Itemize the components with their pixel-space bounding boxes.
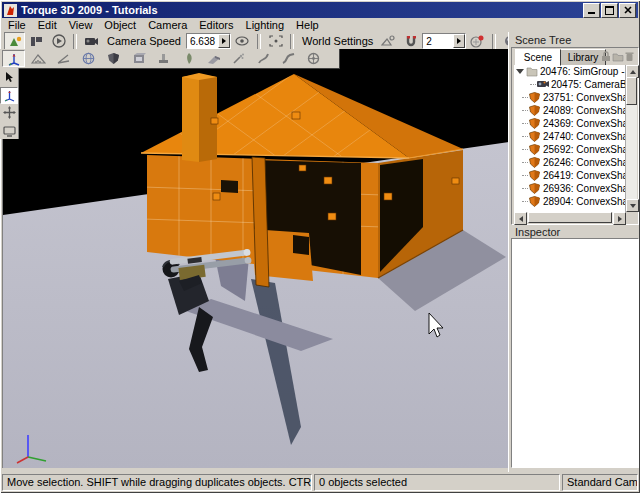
menu-bar: File Edit View Object Camera Editors Lig… (2, 18, 638, 32)
convex-shield-icon (529, 144, 541, 155)
tree-item-camerabookmark[interactable]: 20475: CameraBookmark (514, 78, 625, 91)
visibility-button[interactable] (232, 32, 253, 50)
tree-item-label: 26246: ConvexShape (543, 157, 626, 168)
scroll-down-button[interactable] (626, 199, 639, 212)
mesh-road-tool[interactable] (202, 50, 225, 67)
scroll-thumb-horizontal[interactable] (528, 212, 612, 223)
tree-item-convexshape[interactable]: 23751: ConvexShape (514, 91, 625, 104)
menu-help[interactable]: Help (290, 18, 325, 32)
scene-editor-button[interactable] (4, 32, 25, 50)
menu-editors[interactable]: Editors (193, 18, 239, 32)
sun-terrain-button[interactable] (378, 32, 399, 50)
lock-icon[interactable] (601, 51, 611, 62)
decal-editor-tool[interactable] (152, 50, 175, 67)
status-bar: Move selection. SHIFT while dragging dup… (2, 474, 638, 491)
forest-editor-tool[interactable] (177, 50, 200, 67)
camera-speed-combo[interactable]: 6.638 (186, 33, 231, 49)
terrain-painter-tool[interactable] (52, 50, 75, 67)
tree-item-label: 24369: ConvexShape (543, 118, 626, 129)
right-panel: Scene Tree Scene Library 20476: SimGroup… (508, 32, 639, 472)
tree-item-convexshape[interactable]: 24089: ConvexShape (514, 104, 625, 117)
minimize-button[interactable] (583, 3, 600, 18)
sketch-tool[interactable] (102, 50, 125, 67)
trash-icon[interactable] (625, 51, 634, 62)
close-button[interactable] (619, 3, 636, 18)
tab-scene[interactable]: Scene (515, 49, 561, 66)
scroll-left-button[interactable] (514, 212, 527, 225)
convex-shield-icon (529, 183, 541, 194)
convex-shield-icon (529, 196, 541, 207)
window-title: Torque 3D 2009 - Tutorials (21, 4, 158, 16)
expander-icon[interactable] (516, 69, 524, 74)
scene-tree-panel: Scene Library 20476: SimGroup - CameraB (511, 47, 639, 225)
material-editor-tool[interactable] (77, 50, 100, 67)
world-settings-label: World Settings (298, 35, 377, 47)
folder-icon-toolbar[interactable] (612, 52, 624, 62)
convex-shield-icon (529, 92, 541, 103)
scroll-thumb[interactable] (626, 77, 637, 105)
copies-combo[interactable]: 2 (422, 33, 466, 49)
scroll-right-button[interactable] (613, 212, 626, 225)
gui-editor-button[interactable] (26, 32, 47, 50)
inspector-panel[interactable] (511, 238, 639, 468)
tree-item-convexshape[interactable]: 25692: ConvexShape (514, 143, 625, 156)
tree-item-label: 20476: SimGroup - CameraB (540, 66, 626, 77)
road-editor-tool[interactable] (277, 50, 300, 67)
menu-view[interactable]: View (63, 18, 99, 32)
particle-editor-tool[interactable] (227, 50, 250, 67)
vehicle-tool[interactable] (302, 50, 325, 67)
menu-file[interactable]: File (2, 18, 32, 32)
tab-scene-label: Scene (524, 52, 552, 63)
camera-mode: Standard Camera (562, 474, 638, 491)
menu-lighting[interactable]: Lighting (240, 18, 291, 32)
tree-item-convexshape[interactable]: 26246: ConvexShape (514, 156, 625, 169)
select-arrow-tool[interactable] (0, 69, 18, 86)
camera-menu-button[interactable] (81, 32, 102, 50)
datablock-editor-tool[interactable] (127, 50, 150, 67)
menu-object[interactable]: Object (98, 18, 142, 32)
tree-item-convexshape[interactable]: 26419: ConvexShape (514, 169, 625, 182)
convex-shield-icon (529, 105, 541, 116)
tree-item-convexshape[interactable]: 28904: ConvexShape (514, 195, 625, 208)
camera-speed-label: Camera Speed (103, 35, 185, 47)
tree-item-convexshape[interactable]: 26936: ConvexShape (514, 182, 625, 195)
copies-arrow[interactable] (453, 34, 465, 48)
tree-item-convexshape[interactable]: 24369: ConvexShape (514, 117, 625, 130)
toolbar-separator (257, 34, 261, 49)
tree-item-convexshape[interactable]: 24740: ConvexShape (514, 130, 625, 143)
menu-camera[interactable]: Camera (142, 18, 193, 32)
tree-horizontal-scrollbar[interactable] (514, 212, 626, 223)
tree-item-label: 24740: ConvexShape (543, 131, 626, 142)
convex-shield-icon (529, 131, 541, 142)
terrain-editor-tool[interactable] (27, 50, 50, 67)
ruler-alert-button[interactable] (467, 32, 488, 50)
title-bar: Torque 3D 2009 - Tutorials (2, 2, 638, 18)
menu-edit[interactable]: Edit (32, 18, 63, 32)
maximize-button[interactable] (601, 3, 618, 18)
move-gizmo-tool[interactable] (0, 87, 18, 104)
tree-item-label: 28904: ConvexShape (543, 196, 626, 207)
camera-fit-button[interactable] (265, 32, 286, 50)
tab-library[interactable]: Library (560, 49, 606, 66)
magnet-snap-button[interactable] (400, 32, 421, 50)
object-editor-tool[interactable] (2, 50, 25, 67)
status-message: Move selection. SHIFT while dragging dup… (2, 474, 312, 491)
camera-view-tool[interactable] (0, 122, 18, 139)
play-button[interactable] (48, 32, 69, 50)
camera-speed-value: 6.638 (187, 36, 218, 47)
toolbar-separator (73, 34, 77, 49)
pan-tool[interactable] (0, 105, 18, 122)
inspector-header: Inspector (515, 226, 560, 238)
toolbar-separator (492, 34, 496, 49)
camera-speed-arrow[interactable] (218, 34, 230, 48)
tree-item-label: 26419: ConvexShape (543, 170, 626, 181)
river-editor-tool[interactable] (252, 50, 275, 67)
tree-vertical-scrollbar[interactable] (626, 65, 637, 212)
tree-item-label: 23751: ConvexShape (543, 92, 626, 103)
scene-tree-header: Scene Tree (515, 34, 571, 46)
tree-item-simgroup[interactable]: 20476: SimGroup - CameraB (514, 65, 625, 78)
tree-item-label: 20475: CameraBookmark (551, 79, 626, 90)
tree-item-label: 24089: ConvexShape (543, 105, 626, 116)
gizmo-palette (0, 68, 19, 139)
viewport-3d[interactable] (2, 49, 509, 468)
